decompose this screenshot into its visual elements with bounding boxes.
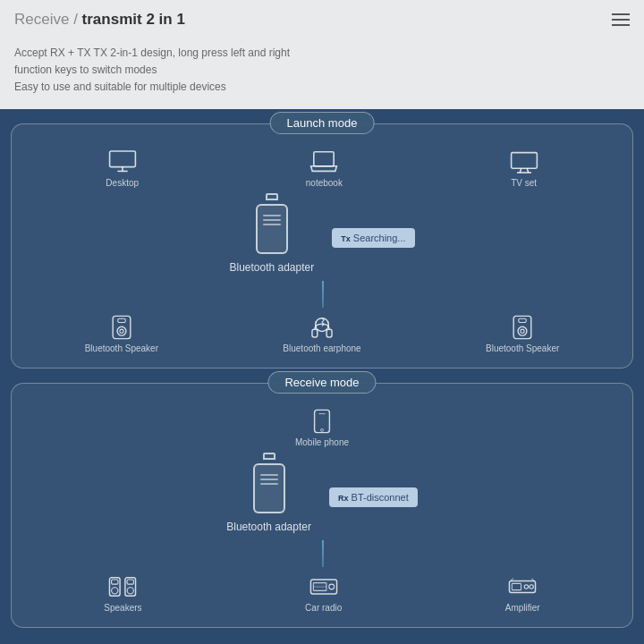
desc-line2: function keys to switch modes bbox=[14, 62, 630, 79]
receive-adapter-block: Bluetooth adapter bbox=[226, 462, 311, 533]
svg-point-34 bbox=[524, 584, 528, 588]
device-notebook: notebook bbox=[306, 149, 343, 188]
launch-mode-card: Launch mode Desktop bbox=[11, 123, 633, 369]
headphone-icon bbox=[308, 315, 336, 340]
svg-point-17 bbox=[521, 329, 524, 333]
device-tv: TV set bbox=[510, 149, 538, 188]
device-amplifier: Amplifier bbox=[505, 574, 540, 613]
device-bt-speaker2: Bluetooth Speaker bbox=[486, 315, 559, 353]
svg-point-26 bbox=[127, 587, 133, 593]
receive-mode-indicator: Rx bbox=[338, 494, 349, 503]
receive-status-box: Rx BT-disconnet bbox=[329, 487, 418, 507]
adapter-icon bbox=[256, 204, 288, 254]
tv-icon bbox=[510, 149, 538, 174]
bt-speaker2-label: Bluetooth Speaker bbox=[486, 343, 559, 353]
device-mobile: Mobile phone bbox=[295, 409, 349, 447]
bt-speaker1-label: Bluetooth Speaker bbox=[85, 343, 158, 353]
desktop-icon bbox=[108, 149, 137, 174]
speaker-icon bbox=[107, 315, 136, 340]
content-area: Launch mode Desktop bbox=[0, 109, 644, 644]
svg-point-23 bbox=[112, 587, 118, 593]
car-radio-icon bbox=[309, 574, 338, 599]
car-radio-label: Car radio bbox=[305, 603, 342, 613]
receive-adapter-label: Bluetooth adapter bbox=[226, 521, 311, 533]
launch-center: Bluetooth adapter Tx Searching... bbox=[22, 202, 622, 274]
laptop-icon bbox=[309, 149, 338, 174]
tv-label: TV set bbox=[511, 178, 537, 188]
receive-mode-card: Receive mode Mobile phone bbox=[11, 383, 633, 628]
device-speakers: Speakers bbox=[104, 574, 141, 613]
svg-point-10 bbox=[120, 329, 123, 333]
mobile-label: Mobile phone bbox=[295, 437, 349, 447]
bt-earphone-label: Bluetooth earphone bbox=[283, 343, 360, 353]
usb-connector-rx bbox=[263, 453, 275, 460]
desc-line1: Accept RX + TX TX 2-in-1 design, long pr… bbox=[14, 45, 630, 62]
launch-mode-indicator: Tx bbox=[341, 234, 351, 243]
svg-rect-32 bbox=[510, 580, 536, 592]
page-title: Receive / transmit 2 in 1 bbox=[14, 11, 185, 29]
launch-adapter-label: Bluetooth adapter bbox=[229, 261, 314, 274]
launch-adapter-block: Bluetooth adapter bbox=[229, 202, 314, 274]
device-car-radio: Car radio bbox=[305, 574, 342, 613]
svg-rect-33 bbox=[513, 583, 521, 589]
desc-line3: Easy to use and suitable for multiple de… bbox=[14, 79, 630, 96]
launch-connector bbox=[22, 281, 622, 308]
svg-rect-3 bbox=[314, 151, 334, 165]
launch-top-devices: Desktop notebook bbox=[22, 124, 622, 195]
svg-point-21 bbox=[321, 428, 324, 431]
launch-mode-label: Launch mode bbox=[270, 112, 375, 134]
notebook-label: notebook bbox=[306, 178, 343, 188]
title-prefix: Receive / bbox=[14, 11, 82, 28]
phone-icon bbox=[308, 409, 336, 434]
receive-bottom-devices: Speakers Car radio bbox=[22, 567, 622, 613]
svg-rect-4 bbox=[511, 152, 537, 168]
svg-rect-24 bbox=[112, 580, 118, 584]
receive-center: Bluetooth adapter Rx BT-disconnet bbox=[22, 462, 622, 533]
header: Receive / transmit 2 in 1 bbox=[0, 0, 644, 38]
svg-point-9 bbox=[117, 326, 126, 335]
receive-mode-label: Receive mode bbox=[267, 371, 376, 394]
speakers-label: Speakers bbox=[104, 603, 141, 613]
receive-connector bbox=[22, 540, 622, 567]
device-bt-speaker1: Bluetooth Speaker bbox=[85, 315, 158, 353]
launch-status-box: Tx Searching... bbox=[332, 228, 414, 248]
amplifier-label: Amplifier bbox=[505, 603, 540, 613]
title-bold: transmit 2 in 1 bbox=[82, 11, 185, 28]
adapter-icon-rx bbox=[253, 463, 285, 513]
launch-bottom-devices: Bluetooth Speaker Bluetooth earphone bbox=[22, 308, 622, 353]
usb-connector bbox=[266, 193, 278, 200]
svg-rect-13 bbox=[312, 329, 318, 337]
description-block: Accept RX + TX TX 2-in-1 design, long pr… bbox=[0, 38, 644, 109]
device-bt-earphone: Bluetooth earphone bbox=[283, 315, 360, 353]
amplifier-icon bbox=[508, 574, 537, 599]
svg-point-35 bbox=[530, 584, 533, 588]
launch-status-text: Searching... bbox=[353, 233, 406, 243]
svg-rect-18 bbox=[519, 318, 526, 322]
svg-point-16 bbox=[518, 326, 527, 335]
menu-button[interactable] bbox=[612, 13, 630, 26]
speakers-icon bbox=[108, 574, 137, 599]
svg-rect-27 bbox=[127, 580, 133, 584]
svg-point-30 bbox=[328, 584, 334, 589]
svg-rect-14 bbox=[326, 329, 332, 337]
receive-top-devices: Mobile phone bbox=[22, 384, 622, 454]
speaker2-icon bbox=[508, 315, 537, 340]
phone-container: Receive / transmit 2 in 1 Accept RX + TX… bbox=[0, 0, 644, 644]
desktop-label: Desktop bbox=[106, 178, 139, 188]
svg-rect-0 bbox=[109, 151, 135, 167]
receive-status-text: BT-disconnet bbox=[352, 492, 409, 503]
device-desktop: Desktop bbox=[106, 149, 139, 188]
svg-rect-11 bbox=[118, 318, 125, 322]
